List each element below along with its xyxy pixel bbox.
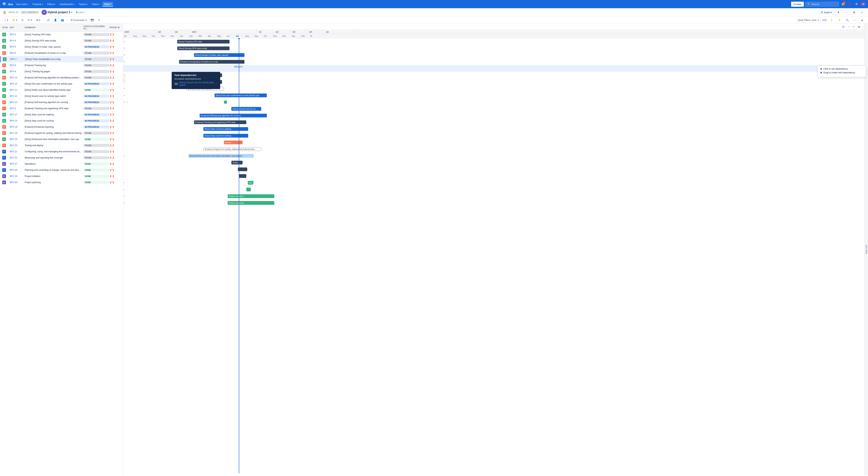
row-key[interactable]: BPV-15 bbox=[10, 83, 25, 85]
create-button[interactable]: Create bbox=[791, 2, 804, 7]
gantt-row-bpv12[interactable]: [Story] Sound cues for ac... bbox=[123, 106, 868, 112]
table-row[interactable]: F BPV-16 [Feature] Support for cycling, … bbox=[0, 130, 123, 136]
status-badge[interactable]: TO DO bbox=[84, 131, 110, 135]
expand-icon-bpv4[interactable]: ⬆ bbox=[124, 47, 125, 50]
nav-dashboards[interactable]: Dashboards ▾ bbox=[58, 2, 76, 6]
table-row[interactable]: F BPV-8 [Feature] Training log TO DO ⬆⬆ bbox=[0, 62, 123, 68]
bar-bpv4[interactable]: [Story] Storing GPS data locally bbox=[177, 47, 229, 50]
filter-lightning-button[interactable]: ⚡ bbox=[829, 18, 835, 22]
zoom-in-button[interactable]: + bbox=[851, 25, 856, 29]
search-box[interactable]: 🔍 Search bbox=[805, 2, 839, 6]
not-started-badge[interactable]: NOT STARTED ▾ bbox=[21, 11, 39, 14]
row-key[interactable]: BPV-19 bbox=[10, 138, 25, 141]
row-key[interactable]: BPV-14 bbox=[10, 119, 25, 122]
info-panel[interactable]: INFO BAR bbox=[864, 24, 868, 475]
add-button[interactable]: + ▾ bbox=[3, 18, 10, 22]
table-row[interactable]: F BPV-6 [Feature] Visualization of track… bbox=[0, 50, 123, 56]
person-button[interactable]: 👤 bbox=[52, 18, 59, 22]
project-title[interactable]: H Hybrid project 1 ▾ bbox=[41, 10, 72, 15]
status-badge[interactable]: DONE bbox=[84, 162, 110, 166]
table-row[interactable]: S BPV-5 [Story] Simple UI (start, stop, … bbox=[0, 44, 123, 50]
gantt-row-bpv18[interactable]: [Featu... bbox=[123, 139, 868, 146]
gantt-row-bpv15[interactable]: ✓ [Story] Get user confirmation on the a… bbox=[123, 92, 868, 99]
bar-bpv12[interactable]: [Story] Sound cues for ac... bbox=[231, 107, 261, 111]
row-key[interactable]: BPV-22 bbox=[10, 156, 25, 159]
status-badge[interactable]: DONE bbox=[84, 138, 110, 141]
row-key[interactable]: BPV-9 bbox=[10, 70, 25, 73]
gantt-row-bpv7[interactable]: Click to see dependency Drag to create n… bbox=[123, 65, 868, 72]
share-button[interactable]: ⬆ bbox=[835, 10, 841, 15]
bar-bpv27[interactable]: Op... bbox=[248, 181, 253, 185]
status-badge[interactable]: TO DO bbox=[84, 150, 110, 153]
expand-icon-bpv3[interactable]: ⬆ bbox=[124, 40, 125, 43]
save-button[interactable]: 💾 bbox=[89, 18, 95, 22]
status-badge[interactable]: TO DO bbox=[84, 64, 110, 67]
gantt-row-bpv30[interactable]: ✓ Project planning bbox=[123, 200, 868, 206]
bar-bpv28[interactable] bbox=[246, 187, 251, 191]
row-key[interactable]: BPV-2 bbox=[10, 107, 25, 110]
gantt-row-bpv14[interactable]: [Story] Step count for running bbox=[123, 132, 868, 139]
status-badge[interactable]: IN PROGRESS bbox=[84, 119, 110, 122]
gantt-row-bpv28[interactable]: ✓ bbox=[123, 186, 868, 193]
gantt-row-bpv3[interactable]: ⬆ [Story] Tracking GPS data bbox=[123, 38, 868, 45]
row-key[interactable]: BPV-13 bbox=[10, 101, 25, 103]
gantt-view-button[interactable]: ☰ Gantt ▾ bbox=[819, 10, 834, 15]
gantt-row-bpv2[interactable]: [Feature] Tracking and registering GPS d… bbox=[123, 119, 868, 126]
bar-bpv13[interactable]: [Feature] Self-learning algorithm for ru… bbox=[200, 114, 267, 117]
collapse-panel-button[interactable]: ▲ bbox=[859, 18, 865, 22]
nav-projects[interactable]: Projects ▾ bbox=[31, 2, 44, 6]
table-row[interactable]: E BPV-29 Project initiation DONE ⬆⬆ bbox=[0, 173, 123, 179]
table-row[interactable]: S BPV-12 [Story] Sound cues for activity… bbox=[0, 93, 123, 99]
row-key[interactable]: BPV-18 bbox=[10, 126, 25, 128]
table-row[interactable]: T BPV-21 Configuring, using, and managin… bbox=[0, 149, 123, 155]
table-row[interactable]: F BPV-2 [Feature] Tracking and registeri… bbox=[0, 106, 123, 112]
table-row[interactable]: S BPV-19 [Story] Enhanced track informat… bbox=[0, 136, 123, 142]
zoom-out-button[interactable]: − bbox=[846, 25, 851, 29]
gantt-row-bpv8[interactable]: ⬆ [Fe... Task dependencies INCOMING DEPE… bbox=[123, 72, 868, 79]
table-row[interactable]: T BPV-22 Measuring and reporting test co… bbox=[0, 155, 123, 161]
sort-button[interactable]: ⇅ bbox=[20, 18, 25, 22]
gantt-row-bpv11[interactable]: ⬆ ✓ bbox=[123, 99, 868, 106]
status-badge[interactable]: DONE bbox=[84, 88, 110, 91]
row-key[interactable]: BPV-27 bbox=[10, 162, 25, 165]
expand-icon-bpv11[interactable]: ⬆ bbox=[124, 101, 125, 103]
row-key[interactable]: BPV-17 bbox=[10, 113, 25, 116]
row-key[interactable]: BPV-29 bbox=[10, 175, 25, 178]
table-row[interactable]: S BPV-17 [Story] Step count for walking … bbox=[0, 112, 123, 118]
gantt-row-bpv10[interactable]: ⬆ [Feature] Self-learning al... bbox=[123, 85, 868, 92]
status-badge[interactable]: TO DO bbox=[84, 76, 110, 79]
bar-bpv5[interactable]: [Story] Simple UI (start, stop, pause) bbox=[194, 53, 244, 57]
more-options-button[interactable]: ⋯ bbox=[843, 10, 849, 15]
row-key[interactable]: BPV-11 bbox=[10, 89, 25, 91]
bar-bpv6[interactable]: [Feature] Visualization of tracks on a m… bbox=[179, 60, 244, 64]
status-badge[interactable]: DONE bbox=[84, 175, 110, 178]
user-avatar[interactable]: JD bbox=[861, 1, 866, 7]
bar-bpv11-green[interactable] bbox=[224, 100, 227, 103]
table-row[interactable]: T BPV-28 Planning and controlling of cha… bbox=[0, 167, 123, 173]
gantt-row-bpv29[interactable]: ✓ Project initiation bbox=[123, 193, 868, 200]
table-row[interactable]: F BPV-10 [Feature] Self-learning algorit… bbox=[0, 75, 123, 81]
table-row[interactable]: S BPV-14 [Story] Step count for running … bbox=[0, 118, 123, 124]
nav-plans[interactable]: Plans ▾ bbox=[91, 2, 101, 6]
gantt-row-bpv13[interactable]: [Feature] Self-learning algorithm for ru… bbox=[123, 112, 868, 119]
status-badge[interactable]: TO DO bbox=[84, 70, 110, 73]
bar-bpv20[interactable]: Testin... bbox=[231, 161, 243, 165]
expand-icon-bpv6[interactable]: ⬆ bbox=[124, 60, 125, 63]
table-row[interactable]: E BPV-27 Operations DONE ⬆⬆ bbox=[0, 161, 123, 167]
row-key[interactable]: BPV-16 bbox=[10, 132, 25, 135]
gantt-row-bpv21[interactable] bbox=[123, 166, 868, 173]
table-row[interactable]: F BPV-13 [Feature] Self-learning algorit… bbox=[0, 99, 123, 106]
link-button[interactable]: 🔗 bbox=[45, 18, 52, 22]
status-badge[interactable]: TO DO bbox=[84, 107, 110, 110]
gantt-row-bpv19[interactable]: ✓ [Story] Enhanced track information (el… bbox=[123, 152, 868, 159]
row-key[interactable]: BPV-21 bbox=[10, 150, 25, 153]
view-button[interactable]: ⊞ ▾ bbox=[34, 18, 42, 22]
expand-icon-bpv5[interactable]: ⬆ bbox=[124, 54, 125, 56]
filter-more-button[interactable]: ⋯ bbox=[852, 18, 858, 22]
gantt-row-bpv17[interactable]: [Story] Step count for walking bbox=[123, 126, 868, 132]
bar-bpv18[interactable]: [Featu... bbox=[224, 141, 243, 144]
table-row[interactable]: F BPV-20 Testing and deploy TO DO ⬆⬆ bbox=[0, 142, 123, 149]
table-row[interactable]: S BPV-4 [Story] Storing GPS data locally… bbox=[0, 38, 123, 44]
table-row[interactable]: S BPV-15 [Story] Get user confirmation o… bbox=[0, 81, 123, 87]
share-toolbar-button[interactable]: 👥 bbox=[59, 18, 66, 22]
